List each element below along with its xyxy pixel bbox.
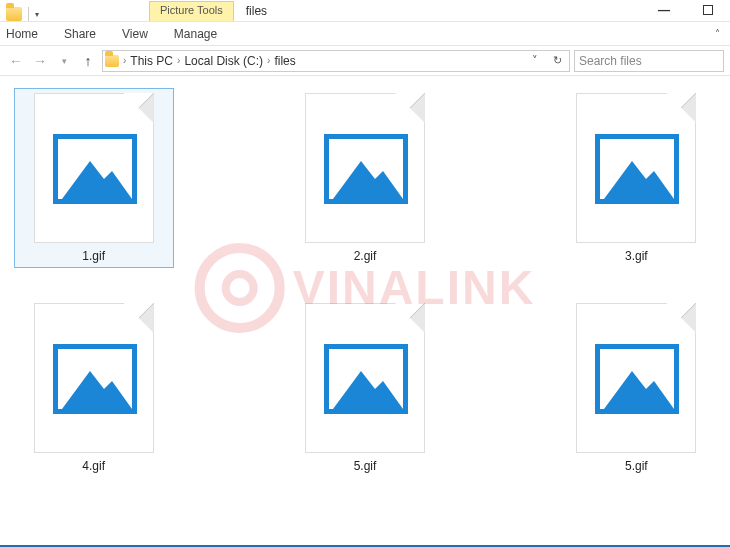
chevron-right-icon[interactable]: › [267, 55, 270, 66]
image-placeholder-icon [324, 344, 408, 414]
breadcrumb-files[interactable]: files [272, 54, 297, 68]
file-thumbnail [576, 93, 696, 243]
qat-dropdown-icon[interactable]: ▾ [35, 10, 39, 19]
svg-marker-1 [333, 161, 403, 199]
ribbon-collapse-icon[interactable]: ˄ [715, 28, 720, 39]
file-thumbnail [305, 93, 425, 243]
nav-up-button[interactable]: ↑ [78, 51, 98, 71]
search-input[interactable]: Search files [574, 50, 724, 72]
refresh-button[interactable]: ↻ [547, 51, 567, 71]
tab-share[interactable]: Share [64, 27, 96, 41]
breadcrumb-local-disk[interactable]: Local Disk (C:) [182, 54, 265, 68]
navigation-bar: ← → ▾ ↑ › This PC › Local Disk (C:) › fi… [0, 46, 730, 76]
svg-marker-4 [333, 371, 403, 409]
maximize-button[interactable] [686, 0, 730, 21]
file-item[interactable]: 5.gif [285, 298, 445, 478]
image-placeholder-icon [53, 344, 137, 414]
file-name-label: 3.gif [625, 249, 648, 263]
tab-home[interactable]: Home [6, 27, 38, 41]
chevron-right-icon[interactable]: › [177, 55, 180, 66]
ribbon-tabs: Home Share View Manage ˄ [0, 22, 730, 46]
minimize-button[interactable]: — [642, 0, 686, 21]
file-item[interactable]: 1.gif [14, 88, 174, 268]
file-item[interactable]: 5.gif [556, 298, 716, 478]
file-grid: 1.gif 2.gif 3.gif 4. [8, 88, 722, 478]
content-area[interactable]: VINALINK 1.gif 2.gif [0, 76, 730, 547]
search-placeholder: Search files [579, 54, 642, 68]
address-folder-icon [105, 55, 119, 67]
file-name-label: 5.gif [354, 459, 377, 473]
file-item[interactable]: 3.gif [556, 88, 716, 268]
file-thumbnail [34, 93, 154, 243]
file-thumbnail [576, 303, 696, 453]
image-placeholder-icon [53, 134, 137, 204]
file-thumbnail [305, 303, 425, 453]
svg-marker-2 [604, 161, 674, 199]
contextual-tab-label: Picture Tools [160, 4, 223, 16]
tab-manage[interactable]: Manage [174, 27, 217, 41]
nav-forward-button[interactable]: → [30, 51, 50, 71]
file-name-label: 1.gif [82, 249, 105, 263]
window-title-text: files [246, 4, 267, 18]
svg-marker-3 [62, 371, 132, 409]
qat-separator [28, 7, 29, 21]
file-name-label: 2.gif [354, 249, 377, 263]
file-name-label: 5.gif [625, 459, 648, 473]
file-name-label: 4.gif [82, 459, 105, 473]
title-bar: ▾ Picture Tools files — [0, 0, 730, 22]
file-item[interactable]: 2.gif [285, 88, 445, 268]
image-placeholder-icon [324, 134, 408, 204]
nav-recent-dropdown[interactable]: ▾ [54, 51, 74, 71]
breadcrumb-this-pc[interactable]: This PC [128, 54, 175, 68]
window-title: files [246, 1, 267, 21]
minimize-icon: — [658, 3, 670, 17]
address-bar[interactable]: › This PC › Local Disk (C:) › files ˅ ↻ [102, 50, 570, 72]
svg-marker-5 [604, 371, 674, 409]
nav-back-button[interactable]: ← [6, 51, 26, 71]
image-placeholder-icon [595, 134, 679, 204]
app-icon [6, 7, 22, 21]
contextual-tab-picture-tools[interactable]: Picture Tools [149, 1, 234, 21]
svg-marker-0 [62, 161, 132, 199]
chevron-right-icon[interactable]: › [123, 55, 126, 66]
file-item[interactable]: 4.gif [14, 298, 174, 478]
tab-view[interactable]: View [122, 27, 148, 41]
image-placeholder-icon [595, 344, 679, 414]
file-thumbnail [34, 303, 154, 453]
maximize-icon [703, 5, 713, 15]
address-dropdown-icon[interactable]: ˅ [525, 51, 545, 71]
